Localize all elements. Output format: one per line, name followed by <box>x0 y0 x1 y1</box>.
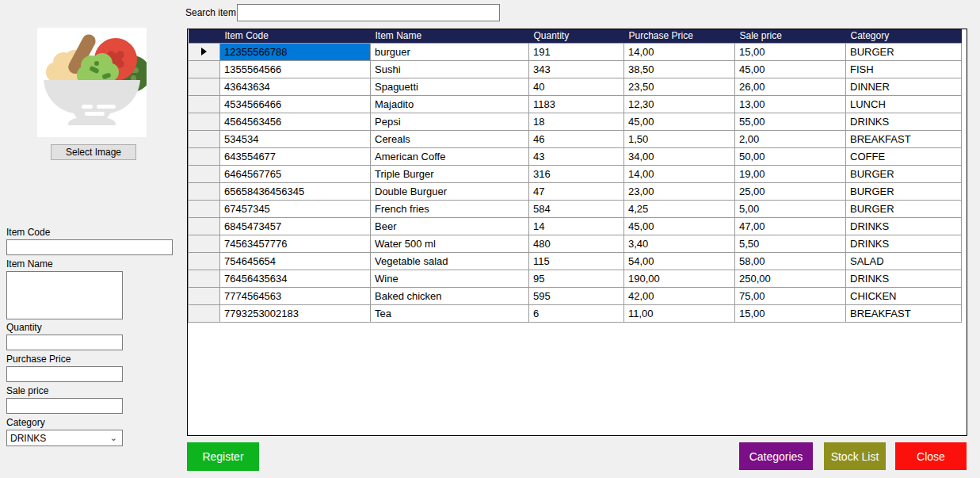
row-header[interactable] <box>189 95 220 113</box>
grid-cell[interactable]: 4564563456 <box>220 113 371 130</box>
grid-cell[interactable]: 12,30 <box>624 95 735 113</box>
stock-list-button[interactable]: Stock List <box>824 442 886 470</box>
column-header[interactable]: Category <box>846 29 962 43</box>
grid-cell[interactable]: 191 <box>529 43 624 60</box>
grid-cell[interactable]: 76456435634 <box>220 270 371 287</box>
grid-cell[interactable]: 14 <box>529 217 624 235</box>
grid-cell[interactable]: DRINKS <box>846 270 962 287</box>
grid-cell[interactable]: 23,00 <box>624 182 735 200</box>
quantity-field[interactable] <box>6 335 123 350</box>
grid-cell[interactable]: BURGER <box>846 43 962 60</box>
grid-cell[interactable]: 46 <box>529 130 624 147</box>
grid-cell[interactable]: CHICKEN <box>846 287 962 304</box>
grid-cell[interactable]: Baked chicken <box>371 287 529 304</box>
grid-cell[interactable]: 18 <box>529 113 624 130</box>
row-header[interactable] <box>189 182 220 200</box>
grid-cell[interactable]: 45,00 <box>735 60 846 78</box>
grid-cell[interactable]: 6 <box>529 304 624 322</box>
row-header[interactable] <box>189 252 220 270</box>
grid-cell[interactable]: 595 <box>529 287 624 304</box>
grid-cell[interactable]: 13,00 <box>735 95 846 113</box>
grid-cell[interactable]: 55,00 <box>735 113 846 130</box>
grid-cell[interactable]: 4534566466 <box>220 95 371 113</box>
grid-cell[interactable]: 6845473457 <box>220 217 371 235</box>
grid-cell[interactable]: 11,00 <box>624 304 735 322</box>
grid-cell[interactable]: 3,40 <box>624 235 735 252</box>
purchase-price-field[interactable] <box>6 366 123 382</box>
row-header[interactable] <box>189 78 220 95</box>
grid-cell[interactable]: BREAKFAST <box>846 130 962 147</box>
grid-cell[interactable]: French fries <box>371 200 529 217</box>
grid-cell[interactable]: FISH <box>846 60 962 78</box>
close-button[interactable]: Close <box>895 442 967 470</box>
grid-cell[interactable]: 47,00 <box>735 217 846 235</box>
row-header[interactable] <box>189 217 220 235</box>
row-header[interactable] <box>189 287 220 304</box>
row-header[interactable] <box>189 113 220 130</box>
grid-cell[interactable]: BURGER <box>846 165 962 182</box>
grid-cell[interactable]: 5,50 <box>735 235 846 252</box>
select-image-button[interactable]: Select Image <box>51 144 136 160</box>
row-header[interactable] <box>189 304 220 322</box>
column-header[interactable]: Quantity <box>529 29 624 43</box>
grid-cell[interactable]: 316 <box>529 165 624 182</box>
grid-cell[interactable]: 40 <box>529 78 624 95</box>
grid-cell[interactable]: SALAD <box>846 252 962 270</box>
grid-cell[interactable]: Sushi <box>371 60 529 78</box>
category-select[interactable]: DRINKS ⌄ <box>6 430 123 446</box>
row-header[interactable] <box>189 200 220 217</box>
row-header[interactable] <box>189 270 220 287</box>
sale-price-field[interactable] <box>6 398 123 414</box>
row-header[interactable] <box>189 60 220 78</box>
grid-cell[interactable]: Tea <box>371 304 529 322</box>
grid-cell[interactable]: 115 <box>529 252 624 270</box>
grid-cell[interactable]: 190,00 <box>624 270 735 287</box>
grid-cell[interactable]: 50,00 <box>735 147 846 165</box>
categories-button[interactable]: Categories <box>739 442 813 470</box>
grid-cell[interactable]: Pepsi <box>371 113 529 130</box>
row-header[interactable] <box>189 235 220 252</box>
grid-cell[interactable]: 1,50 <box>624 130 735 147</box>
grid-cell[interactable]: 14,00 <box>624 43 735 60</box>
row-header[interactable] <box>189 147 220 165</box>
grid-cell[interactable]: 43 <box>529 147 624 165</box>
grid-cell[interactable]: Cereals <box>371 130 529 147</box>
grid-cell[interactable]: BURGER <box>846 200 962 217</box>
grid-cell[interactable]: Triple Burger <box>371 165 529 182</box>
grid-cell[interactable]: 43643634 <box>220 78 371 95</box>
grid-cell[interactable]: 1355564566 <box>220 60 371 78</box>
grid-cell[interactable]: DINNER <box>846 78 962 95</box>
grid-cell[interactable]: 54,00 <box>624 252 735 270</box>
grid-cell[interactable]: 25,00 <box>735 182 846 200</box>
grid-cell[interactable]: Majadito <box>371 95 529 113</box>
grid-cell[interactable]: Vegetable salad <box>371 252 529 270</box>
grid-cell[interactable]: 67457345 <box>220 200 371 217</box>
grid-cell[interactable]: 15,00 <box>735 43 846 60</box>
grid-cell[interactable]: 14,00 <box>624 165 735 182</box>
grid-cell[interactable]: Beer <box>371 217 529 235</box>
grid-cell[interactable]: 19,00 <box>735 165 846 182</box>
grid-cell[interactable]: Water 500 ml <box>371 235 529 252</box>
grid-cell[interactable]: DRINKS <box>846 217 962 235</box>
grid-cell[interactable]: 74563457776 <box>220 235 371 252</box>
grid-cell[interactable]: 47 <box>529 182 624 200</box>
grid-cell[interactable]: 95 <box>529 270 624 287</box>
grid-cell[interactable]: 38,50 <box>624 60 735 78</box>
row-header[interactable] <box>189 165 220 182</box>
grid-cell[interactable]: 4,25 <box>624 200 735 217</box>
grid-cell[interactable]: 23,50 <box>624 78 735 95</box>
grid-cell[interactable]: LUNCH <box>846 95 962 113</box>
grid-cell[interactable]: 65658436456345 <box>220 182 371 200</box>
grid-cell[interactable]: 15,00 <box>735 304 846 322</box>
register-button[interactable]: Register <box>187 442 259 471</box>
grid-cell[interactable]: 480 <box>529 235 624 252</box>
grid-cell[interactable]: 250,00 <box>735 270 846 287</box>
item-code-field[interactable] <box>6 239 173 255</box>
grid-cell[interactable]: 58,00 <box>735 252 846 270</box>
grid-cell[interactable]: 34,00 <box>624 147 735 165</box>
column-header[interactable]: Item Name <box>371 29 529 43</box>
grid-cell[interactable]: 343 <box>529 60 624 78</box>
grid-cell[interactable]: COFFE <box>846 147 962 165</box>
grid-cell[interactable]: 7774564563 <box>220 287 371 304</box>
item-name-field[interactable] <box>6 271 123 319</box>
